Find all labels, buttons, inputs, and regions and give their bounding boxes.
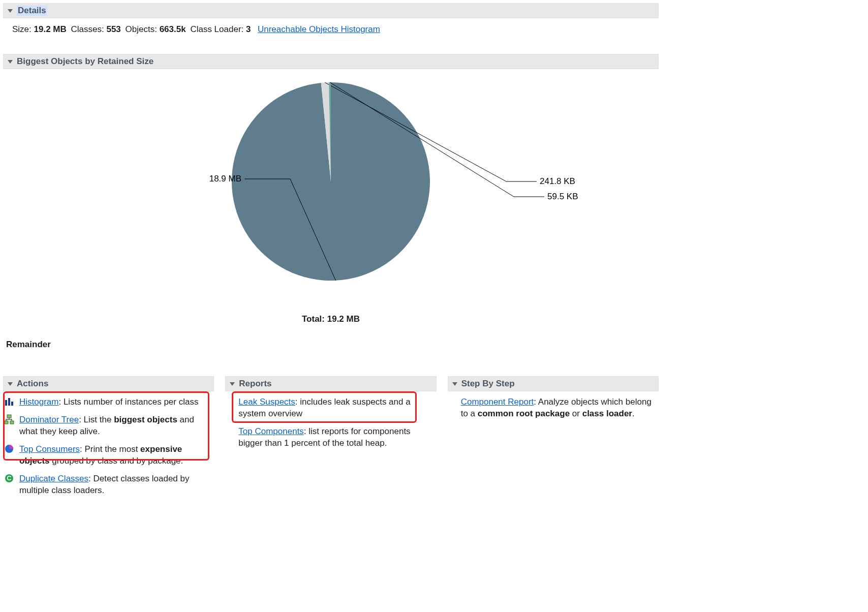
action-link[interactable]: Dominator Tree <box>19 415 79 424</box>
classloader-value: 3 <box>246 24 251 34</box>
svg-rect-5 <box>10 421 14 424</box>
classloader-label: Class Loader: <box>190 24 243 34</box>
details-summary: Size: 19.2 MB Classes: 553 Objects: 663.… <box>3 18 659 39</box>
objects-label: Objects: <box>126 24 157 34</box>
duplicate-icon: C <box>4 473 14 483</box>
remainder-label: Remainder <box>6 340 659 350</box>
report-link[interactable]: Leak Suspects <box>238 397 295 407</box>
action-link[interactable]: Histogram <box>19 397 58 407</box>
reports-column: Reports Leak Suspects: includes leak sus… <box>225 375 436 503</box>
unreachable-histogram-link[interactable]: Unreachable Objects Histogram <box>258 24 380 34</box>
globe-icon <box>4 444 14 454</box>
section-title: Step By Step <box>461 379 515 389</box>
svg-rect-3 <box>7 415 11 418</box>
pie-slice-label: 241.8 KB <box>540 176 575 186</box>
section-header-biggest[interactable]: Biggest Objects by Retained Size <box>3 54 659 69</box>
svg-rect-0 <box>5 400 7 406</box>
list-item: Top Consumers: Print the most expensive … <box>4 444 213 467</box>
list-item: Leak Suspects: includes leak suspects an… <box>226 396 435 420</box>
actions-column: Actions Histogram: Lists number of insta… <box>3 375 214 503</box>
list-item: Dominator Tree: List the biggest objects… <box>4 414 213 438</box>
chevron-down-icon <box>230 382 235 386</box>
step-desc: class loader <box>582 409 632 418</box>
size-label: Size: <box>12 24 32 34</box>
objects-value: 663.5k <box>160 24 186 34</box>
section-header-step[interactable]: Step By Step <box>448 376 659 391</box>
action-desc: grouped by class and by package. <box>50 456 183 466</box>
chevron-down-icon <box>8 60 13 64</box>
chevron-down-icon <box>8 382 13 386</box>
section-header-reports[interactable]: Reports <box>225 376 436 391</box>
step-desc: common root package <box>478 409 570 418</box>
classes-label: Classes: <box>71 24 104 34</box>
action-link[interactable]: Top Consumers <box>19 444 80 454</box>
section-header-actions[interactable]: Actions <box>3 376 214 391</box>
list-item-text: Duplicate Classes: Detect classes loaded… <box>19 473 213 497</box>
list-item-text: Top Consumers: Print the most expensive … <box>19 444 213 467</box>
list-item-text: Leak Suspects: includes leak suspects an… <box>238 396 435 420</box>
list-item: Histogram: Lists number of instances per… <box>4 396 213 408</box>
step-link[interactable]: Component Report <box>461 397 534 407</box>
size-value: 19.2 MB <box>34 24 67 34</box>
svg-text:C: C <box>7 474 12 482</box>
list-item-text: Top Components: list reports for compone… <box>238 426 435 449</box>
step-desc: . <box>632 409 635 418</box>
pie-slice <box>232 82 430 281</box>
svg-rect-4 <box>5 421 8 424</box>
list-item-text: Component Report: Analyze objects which … <box>461 396 658 420</box>
classes-value: 553 <box>106 24 120 34</box>
action-desc: : Print the most <box>80 444 140 454</box>
action-link[interactable]: Duplicate Classes <box>19 474 88 483</box>
list-item-text: Histogram: Lists number of instances per… <box>19 396 213 408</box>
list-item: Component Report: Analyze objects which … <box>449 396 658 420</box>
action-desc: : Lists number of instances per class <box>58 397 198 407</box>
list-item: Top Components: list reports for compone… <box>226 426 435 449</box>
svg-rect-1 <box>8 398 10 406</box>
section-title: Actions <box>17 379 48 389</box>
chevron-down-icon <box>452 382 457 386</box>
list-item: CDuplicate Classes: Detect classes loade… <box>4 473 213 497</box>
chart-total-label: Total: 19.2 MB <box>3 314 659 324</box>
tree-icon <box>4 414 14 424</box>
histogram-icon <box>4 396 14 407</box>
section-title: Biggest Objects by Retained Size <box>17 56 153 67</box>
step-desc: or <box>570 409 582 418</box>
svg-rect-2 <box>11 402 13 406</box>
section-title: Reports <box>239 379 271 389</box>
action-desc: : List the <box>79 415 114 424</box>
action-bold: biggest objects <box>114 415 177 424</box>
pie-slice-label: 59.5 KB <box>547 192 578 201</box>
report-link[interactable]: Top Components <box>238 426 304 436</box>
pie-slice-label: 18.9 MB <box>209 174 241 183</box>
chevron-down-icon <box>8 9 13 13</box>
stepbystep-column: Step By Step Component Report: Analyze o… <box>448 375 659 503</box>
section-title: Details <box>17 6 47 16</box>
pie-chart: 18.9 MB241.8 KB59.5 KB <box>3 72 659 311</box>
list-item-text: Dominator Tree: List the biggest objects… <box>19 414 213 438</box>
section-header-details[interactable]: Details <box>3 3 659 18</box>
